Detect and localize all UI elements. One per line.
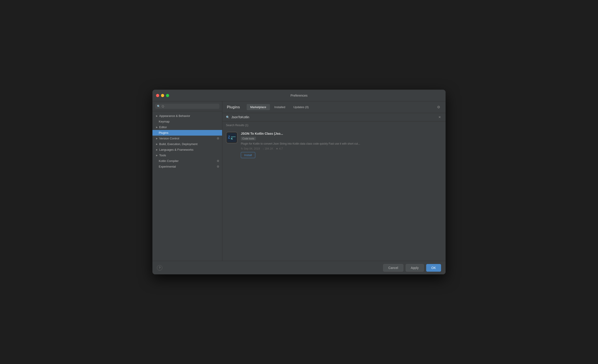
titlebar: Preferences <box>152 90 446 101</box>
sidebar-item-languages-frameworks[interactable]: ▶ Languages & Frameworks <box>152 147 222 153</box>
sidebar-item-label: Plugins <box>159 131 168 135</box>
plugins-header: Plugins Marketplace Installed Updates (0… <box>222 101 446 113</box>
results-area: Search Results (1) J K <box>222 121 446 261</box>
apply-button[interactable]: Apply <box>406 264 424 272</box>
arrow-icon: ▶ <box>156 143 158 145</box>
sidebar-item-tools[interactable]: ▶ Tools <box>152 153 222 158</box>
refresh-icon: ↻ <box>241 147 243 150</box>
maximize-button[interactable] <box>166 94 169 97</box>
plugin-search-input[interactable] <box>231 115 436 119</box>
svg-text:K: K <box>231 137 233 140</box>
search-clear-button[interactable]: ✕ <box>437 115 442 119</box>
close-button[interactable] <box>156 94 159 97</box>
plugin-date: ↻ Sep 04, 2019 <box>241 147 260 150</box>
plugin-description: Plugin for Kotlin to convert Json String… <box>241 142 442 146</box>
preferences-window: Preferences 🔍 ▶ Appearance & Behavior Ke… <box>152 90 446 274</box>
plugin-rating: ★ 4.7 <box>276 147 283 150</box>
bottom-bar: ? Cancel Apply OK <box>152 261 446 274</box>
tab-updates[interactable]: Updates (0) <box>290 104 312 110</box>
gear-icon: ⚙ <box>217 165 219 168</box>
sidebar-item-label: Experimental <box>159 165 176 168</box>
window-title: Preferences <box>291 94 307 97</box>
sidebar-item-label: Keymap <box>159 120 170 123</box>
gear-icon: ⚙ <box>217 159 219 163</box>
arrow-icon: ▶ <box>156 154 158 157</box>
arrow-icon: ▶ <box>156 115 158 117</box>
star-icon: ★ <box>276 147 278 150</box>
ok-button[interactable]: OK <box>426 264 441 272</box>
sidebar-item-label: Appearance & Behavior <box>159 114 190 118</box>
sidebar-item-label: Build, Execution, Deployment <box>159 142 198 146</box>
plugin-downloads: ↓ 184.1K <box>262 147 273 150</box>
main-content: 🔍 ▶ Appearance & Behavior Keymap ▶ Edito… <box>152 101 446 261</box>
settings-gear-icon[interactable]: ⚙ <box>436 104 441 110</box>
traffic-lights <box>156 94 169 97</box>
sidebar-item-label: Kotlin Compiler <box>159 159 179 163</box>
download-icon: ↓ <box>262 147 264 150</box>
tab-installed[interactable]: Installed <box>271 104 289 110</box>
sidebar-nav: ▶ Appearance & Behavior Keymap ▶ Editor … <box>152 111 222 261</box>
arrow-icon: ▶ <box>156 137 158 140</box>
sidebar-item-version-control[interactable]: ▶ Version Control ⚙ <box>152 136 222 141</box>
sidebar: 🔍 ▶ Appearance & Behavior Keymap ▶ Edito… <box>152 101 222 261</box>
help-button[interactable]: ? <box>157 265 162 271</box>
arrow-icon: ▶ <box>156 126 158 128</box>
plugin-card[interactable]: J K JSON To Kotlin Class (Jso... Code to… <box>222 129 446 161</box>
sidebar-item-plugins[interactable]: Plugins <box>152 130 222 136</box>
sidebar-item-appearance-behavior[interactable]: ▶ Appearance & Behavior <box>152 113 222 119</box>
sidebar-item-keymap[interactable]: Keymap <box>152 119 222 124</box>
search-icon: 🔍 <box>226 115 230 119</box>
sidebar-search-input[interactable] <box>162 105 218 108</box>
plugin-tag: Code tools <box>241 137 256 140</box>
sidebar-item-label: Version Control <box>159 137 179 140</box>
plugin-name: JSON To Kotlin Class (Jso... <box>241 132 442 135</box>
sidebar-item-label: Tools <box>159 154 166 157</box>
search-icon: 🔍 <box>157 105 160 108</box>
sidebar-item-label: Languages & Frameworks <box>159 148 193 151</box>
svg-text:J: J <box>228 135 230 138</box>
plugin-meta: ↻ Sep 04, 2019 ↓ 184.1K ★ 4.7 <box>241 147 442 150</box>
right-panel: Plugins Marketplace Installed Updates (0… <box>222 101 446 261</box>
plugin-info: JSON To Kotlin Class (Jso... Code tools … <box>241 132 442 158</box>
gear-icon: ⚙ <box>217 137 219 140</box>
plugin-icon: J K <box>226 132 238 144</box>
tab-marketplace[interactable]: Marketplace <box>247 104 270 110</box>
minimize-button[interactable] <box>161 94 164 97</box>
sidebar-item-editor[interactable]: ▶ Editor <box>152 124 222 130</box>
sidebar-search-bar[interactable]: 🔍 <box>152 101 222 111</box>
plugin-search-bar: 🔍 ✕ <box>222 113 446 121</box>
bottom-actions: Cancel Apply OK <box>383 264 441 272</box>
plugins-title: Plugins <box>227 105 240 109</box>
sidebar-item-label: Editor <box>159 125 167 129</box>
install-button[interactable]: Install <box>241 152 255 158</box>
arrow-icon: ▶ <box>156 148 158 151</box>
sidebar-item-experimental[interactable]: Experimental ⚙ <box>152 164 222 169</box>
cancel-button[interactable]: Cancel <box>383 264 403 272</box>
sidebar-item-kotlin-compiler[interactable]: Kotlin Compiler ⚙ <box>152 158 222 164</box>
results-label: Search Results (1) <box>222 121 446 129</box>
sidebar-item-build-execution-deployment[interactable]: ▶ Build, Execution, Deployment <box>152 141 222 147</box>
